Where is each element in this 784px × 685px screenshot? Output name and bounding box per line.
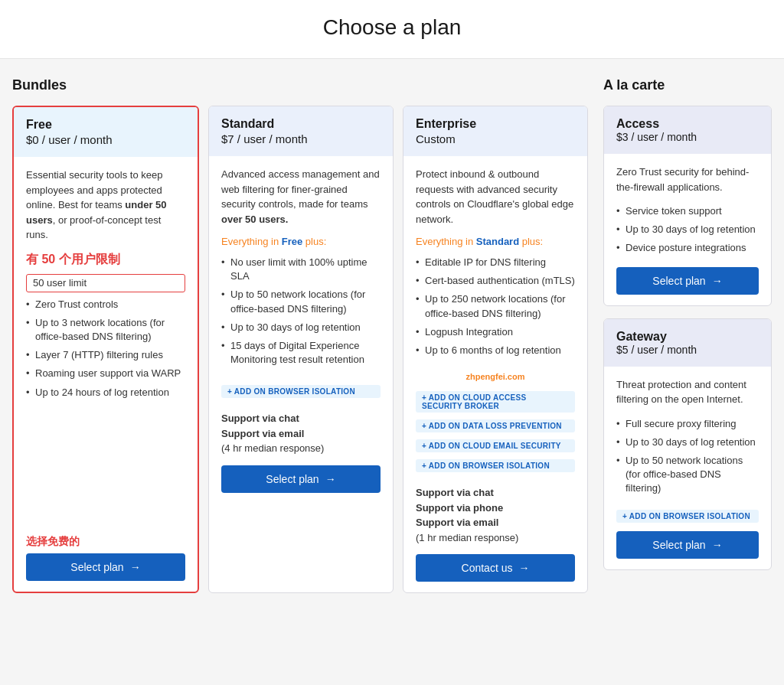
access-feature-3: Device posture integrations [616,239,759,257]
alacarte-section: A la carte Access $3 / user / month Zero… [603,77,772,593]
enterprise-plan-description: Protect inbound & outbound requests with… [416,167,575,227]
watermark-text: zhpengfei.com [416,372,575,381]
access-name: Access [616,117,759,131]
enterprise-plan-body: Protect inbound & outbound requests with… [403,156,587,592]
free-feature-3: Layer 7 (HTTP) filtering rules [26,346,185,364]
enterprise-plan-ref: Standard [476,236,519,247]
free-plan-body: Essential security tools to keep employe… [14,157,198,592]
gateway-feature-2: Up to 30 days of log retention [616,433,759,452]
free-select-button[interactable]: Select plan → [26,553,185,581]
enterprise-feature-list: Editable IP for DNS filtering Cert-based… [416,253,575,360]
free-plan-price: $0 / user / month [26,133,185,146]
page-title: Choose a plan [0,0,784,59]
gateway-feature-1: Full secure proxy filtering [616,415,759,433]
alacarte-card-gateway: Gateway $5 / user / month Threat protect… [603,318,772,570]
access-feature-2: Up to 30 days of log retention [616,220,759,239]
free-feature-5: Up to 24 hours of log retention [26,383,185,402]
gateway-name: Gateway [616,330,759,344]
access-select-label: Select plan [652,275,705,287]
free-feature-1: Zero Trust controls [26,295,185,314]
enterprise-addon-4: + ADD ON BROWSER ISOLATION [416,459,575,472]
standard-feature-1: No user limit with 100% uptime SLA [221,253,381,285]
access-select-button[interactable]: Select plan → [616,267,759,295]
bundles-label: Bundles [12,77,588,93]
standard-plan-description: Advanced access management and web filte… [221,167,381,227]
access-feature-1: Service token support [616,202,759,220]
enterprise-contact-label: Contact us [462,562,513,574]
gateway-header: Gateway $5 / user / month [604,319,771,367]
enterprise-support: Support via chat Support via phone Suppo… [416,485,575,545]
standard-select-button[interactable]: Select plan → [221,465,381,493]
enterprise-addons: + ADD ON CLOUD ACCESS SECURITY BROKER + … [416,389,575,475]
gateway-body: Threat protection and content filtering … [604,367,771,569]
access-body: Zero Trust security for behind-the-firew… [604,154,771,305]
free-feature-2: Up to 3 network locations (for office-ba… [26,314,185,346]
enterprise-addon-2: + ADD ON DATA LOSS PREVENTION [416,419,575,432]
enterprise-feature-3: Up to 250 network locations (for office-… [416,290,575,322]
free-chinese-btn-label: 选择免费的 [26,535,185,549]
enterprise-addon-1: + ADD ON CLOUD ACCESS SECURITY BROKER [416,391,575,413]
access-features: Service token support Up to 30 days of l… [616,202,759,258]
plans-grid: Free $0 / user / month Essential securit… [12,106,588,593]
enterprise-feature-4: Logpush Integration [416,323,575,341]
enterprise-contact-button[interactable]: Contact us → [416,554,575,582]
enterprise-features-label: Everything in Standard plus: [416,236,575,247]
access-header: Access $3 / user / month [604,106,771,154]
free-plan-description: Essential security tools to keep employe… [26,168,185,243]
standard-select-arrow: → [325,473,336,485]
gateway-addon-1: + ADD ON BROWSER ISOLATION [616,510,759,523]
enterprise-feature-1: Editable IP for DNS filtering [416,253,575,272]
free-chinese-note: 有 50 个用户限制 [26,252,185,268]
gateway-addons: + ADD ON BROWSER ISOLATION [616,507,759,525]
free-feature-limit: 50 user limit [26,274,185,292]
enterprise-addon-3: + ADD ON CLOUD EMAIL SECURITY [416,439,575,452]
gateway-select-button[interactable]: Select plan → [616,531,759,559]
free-plan-header: Free $0 / user / month [14,107,198,157]
access-select-arrow: → [712,275,723,287]
standard-select-label: Select plan [266,473,318,485]
enterprise-plan-header: Enterprise Custom [403,106,587,156]
enterprise-feature-5: Up to 6 months of log retention [416,341,575,360]
free-feature-4: Roaming user support via WARP [26,364,185,383]
standard-plan-ref: Free [282,236,302,247]
gateway-select-label: Select plan [652,539,705,551]
free-select-label: Select plan [70,561,123,573]
standard-addon-1: + ADD ON BROWSER ISOLATION [221,385,381,398]
gateway-description: Threat protection and content filtering … [616,377,759,407]
gateway-features: Full secure proxy filtering Up to 30 day… [616,415,759,498]
gateway-select-arrow: → [712,539,723,551]
alacarte-card-access: Access $3 / user / month Zero Trust secu… [603,106,772,306]
free-select-arrow: → [130,561,141,573]
plan-card-free: Free $0 / user / month Essential securit… [12,106,199,593]
plan-card-standard: Standard $7 / user / month Advanced acce… [208,106,394,593]
standard-feature-3: Up to 30 days of log retention [221,318,381,337]
free-plan-name: Free [26,118,185,132]
enterprise-plan-price: Custom [416,132,575,145]
standard-plan-body: Advanced access management and web filte… [209,156,393,592]
enterprise-feature-2: Cert-based authentication (mTLS) [416,272,575,290]
enterprise-contact-arrow: → [518,562,529,574]
standard-support: Support via chat Support via email(4 hr … [221,411,381,456]
standard-feature-2: Up to 50 network locations (for office-b… [221,285,381,318]
enterprise-plan-name: Enterprise [416,117,575,131]
standard-features-label: Everything in Free plus: [221,236,381,247]
standard-feature-4: 15 days of Digital Experience Monitoring… [221,337,381,369]
standard-plan-name: Standard [221,117,381,131]
alacarte-label: A la carte [603,77,772,93]
gateway-feature-3: Up to 50 network locations (for office-b… [616,452,759,498]
access-price: $3 / user / month [616,131,759,143]
standard-addons: + ADD ON BROWSER ISOLATION [221,383,381,400]
plan-card-enterprise: Enterprise Custom Protect inbound & outb… [403,106,588,593]
free-feature-list: 50 user limit Zero Trust controls Up to … [26,274,185,402]
bundles-section: Bundles Free $0 / user / month Essential… [12,77,588,593]
standard-plan-price: $7 / user / month [221,132,381,145]
access-description: Zero Trust security for behind-the-firew… [616,165,759,194]
standard-feature-list: No user limit with 100% uptime SLA Up to… [221,253,381,369]
gateway-price: $5 / user / month [616,344,759,356]
standard-plan-header: Standard $7 / user / month [209,106,393,156]
